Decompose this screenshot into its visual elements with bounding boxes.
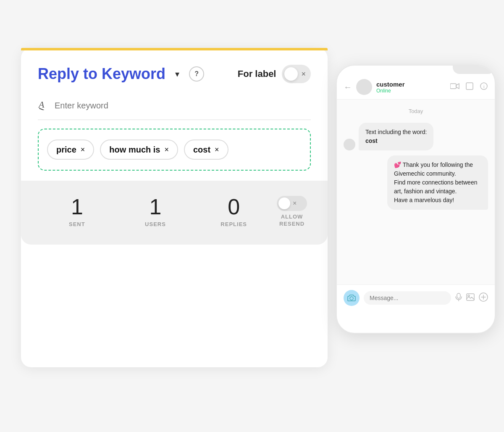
- camera-icon[interactable]: [344, 290, 360, 306]
- svg-text:i: i: [483, 84, 484, 89]
- toggle-circle: [284, 67, 298, 81]
- tag-label: cost: [193, 145, 210, 155]
- tag-price: price ×: [47, 140, 94, 160]
- allow-resend-control: × ALLOW RESEND: [273, 196, 311, 228]
- chat-bubble-bot: 💕 Thank you for following the Givemechic…: [387, 155, 488, 210]
- stats-row: 1 SENT 1 USERS 0 REPLIES ×: [38, 196, 311, 228]
- svg-point-5: [350, 297, 353, 300]
- stat-replies-label: REPLIES: [220, 221, 247, 227]
- for-label-text: For label: [238, 68, 276, 79]
- contact-info: customer Online: [376, 81, 446, 94]
- allow-resend-label: ALLOW RESEND: [279, 213, 304, 228]
- chat-avatar-customer: [344, 139, 355, 150]
- toggle-close-icon[interactable]: ×: [301, 70, 306, 79]
- chat-bubble-customer: Text including the word:cost: [359, 123, 433, 150]
- help-button[interactable]: ?: [189, 66, 204, 82]
- main-card: Reply to Keyword ▾ ? For label × A: [21, 48, 328, 367]
- keyword-icon: A: [38, 98, 50, 113]
- info-icon[interactable]: i: [480, 82, 488, 92]
- chevron-down-icon: ▾: [175, 69, 179, 79]
- stats-section: 1 SENT 1 USERS 0 REPLIES ×: [21, 181, 328, 245]
- stat-sent-label: SENT: [69, 221, 85, 227]
- tag-label: how much is: [109, 145, 160, 155]
- avatar: [356, 79, 372, 95]
- svg-rect-2: [466, 83, 473, 90]
- page-title: Reply to Keyword: [38, 65, 165, 83]
- chevron-button[interactable]: ▾: [170, 66, 185, 82]
- header-left: Reply to Keyword ▾ ?: [38, 65, 204, 83]
- stat-users: 1 USERS: [116, 196, 195, 227]
- add-icon[interactable]: [479, 292, 488, 304]
- outer-container: Reply to Keyword ▾ ? For label × A: [21, 48, 483, 384]
- tag-how-much-is: how much is ×: [100, 140, 178, 160]
- contact-name: customer: [376, 81, 446, 88]
- header-right: For label ×: [238, 65, 311, 83]
- toggle-small-x-icon: ×: [293, 200, 297, 207]
- stat-users-label: USERS: [145, 221, 166, 227]
- header: Reply to Keyword ▾ ? For label ×: [38, 65, 311, 83]
- svg-rect-6: [457, 293, 460, 298]
- image-icon[interactable]: [466, 293, 475, 303]
- phone-notch: [453, 66, 495, 74]
- chat-area: Today Text including the word:cost 💕 Tha…: [337, 100, 495, 284]
- for-label-toggle[interactable]: ×: [282, 65, 311, 83]
- message-input[interactable]: [364, 291, 451, 305]
- phone-back-icon[interactable]: ←: [344, 82, 352, 92]
- stat-users-value: 1: [150, 196, 162, 218]
- keyword-input[interactable]: [55, 101, 311, 111]
- toggle-small-circle: [278, 198, 290, 209]
- tag-remove-how-much-is[interactable]: ×: [164, 145, 169, 154]
- tag-remove-cost[interactable]: ×: [215, 145, 219, 154]
- phone-input-row: [337, 284, 495, 311]
- stat-replies: 0 REPLIES: [194, 196, 273, 227]
- keyword-input-row: A: [38, 98, 311, 120]
- svg-rect-1: [450, 84, 456, 89]
- phone-mockup: ← customer Online i Today: [336, 65, 496, 334]
- video-icon[interactable]: [450, 83, 459, 92]
- svg-rect-8: [467, 294, 474, 300]
- tag-remove-price[interactable]: ×: [81, 145, 85, 154]
- chat-row-bot: 💕 Thank you for following the Givemechic…: [344, 155, 488, 210]
- svg-text:A: A: [38, 99, 45, 110]
- phone-header: ← customer Online i: [337, 74, 495, 100]
- microphone-icon[interactable]: [455, 293, 462, 303]
- tag-cost: cost ×: [184, 140, 228, 160]
- contact-status: Online: [376, 88, 446, 94]
- tags-area[interactable]: price × how much is × cost ×: [38, 129, 311, 171]
- allow-resend-toggle[interactable]: ×: [277, 196, 307, 211]
- note-icon[interactable]: [465, 82, 474, 92]
- chat-row-customer: Text including the word:cost: [344, 123, 488, 150]
- stat-replies-value: 0: [228, 196, 240, 218]
- stat-sent: 1 SENT: [38, 196, 116, 227]
- phone-actions: i: [450, 82, 488, 92]
- chat-date: Today: [344, 108, 488, 114]
- tag-label: price: [56, 145, 76, 155]
- top-bar-decoration: [21, 48, 328, 50]
- stat-sent-value: 1: [71, 196, 83, 218]
